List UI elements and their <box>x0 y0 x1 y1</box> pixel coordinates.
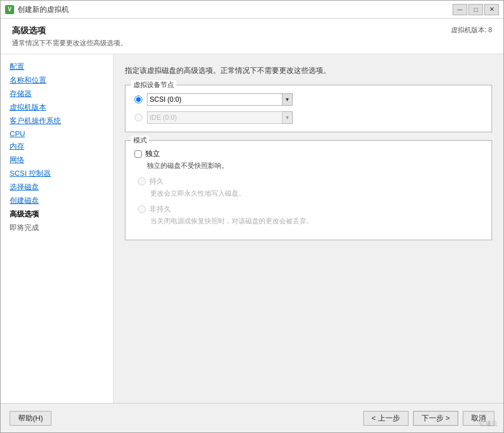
scsi-radio-row: SCSI (0:0) ▼ <box>134 93 483 106</box>
help-button[interactable]: 帮助(H) <box>10 411 51 426</box>
scsi-dropdown[interactable]: SCSI (0:0) <box>147 93 283 106</box>
window-title: 创建新的虚拟机 <box>18 5 453 15</box>
content-area: 指定该虚拟磁盘的高级选项。正常情况下不需要更改这些选项。 虚拟设备节点 SCSI… <box>114 54 503 403</box>
sidebar-item-storage[interactable]: 存储器 <box>1 87 113 101</box>
nonpersistent-radio[interactable] <box>138 205 146 213</box>
page-title: 高级选项 <box>12 25 127 36</box>
minimize-button[interactable]: ─ <box>453 4 467 15</box>
persistent-radio-row: 持久 <box>138 176 483 187</box>
close-button[interactable]: ✕ <box>484 4 499 15</box>
sidebar-item-config[interactable]: 配置 <box>1 60 113 73</box>
sidebar-item-finish: 即将完成 <box>1 221 113 235</box>
back-button[interactable]: < 上一步 <box>363 411 409 426</box>
title-bar: 创建新的虚拟机 ─ □ ✕ <box>1 1 503 19</box>
header-bar: 高级选项 通常情况下不需要更改这些高级选项。 虚拟机版本: 8 <box>1 19 503 54</box>
sidebar-item-name-location[interactable]: 名称和位置 <box>1 73 113 87</box>
mode-group-title: 模式 <box>131 136 149 145</box>
virtual-node-group-title: 虚拟设备节点 <box>131 80 176 90</box>
independent-checkbox[interactable] <box>134 150 142 158</box>
persistent-label: 持久 <box>149 176 164 187</box>
watermark: 亿速云 <box>479 419 498 428</box>
sidebar-item-advanced: 高级选项 <box>1 207 113 221</box>
ide-dropdown[interactable]: IDE (0:0) <box>147 111 283 124</box>
sidebar-item-guest-os[interactable]: 客户机操作系统 <box>1 114 113 128</box>
scsi-dropdown-wrapper: SCSI (0:0) ▼ <box>147 93 483 106</box>
content-description: 指定该虚拟磁盘的高级选项。正常情况下不需要更改这些选项。 <box>125 66 492 76</box>
ide-dropdown-arrow: ▼ <box>283 111 293 124</box>
sidebar-item-network[interactable]: 网络 <box>1 153 113 167</box>
virtual-node-group: 虚拟设备节点 SCSI (0:0) ▼ IDE (0:0) <box>125 85 492 132</box>
footer-left: 帮助(H) <box>10 411 51 426</box>
version-label: 虚拟机版本: 8 <box>451 25 492 35</box>
persistent-radio[interactable] <box>138 177 146 185</box>
independent-label: 独立 <box>145 149 160 159</box>
sidebar-item-memory[interactable]: 内存 <box>1 140 113 153</box>
footer-right: < 上一步 下一步 > 取消 <box>363 411 494 426</box>
main-window: 创建新的虚拟机 ─ □ ✕ 高级选项 通常情况下不需要更改这些高级选项。 虚拟机… <box>0 0 504 433</box>
main-content: 配置 名称和位置 存储器 虚拟机版本 客户机操作系统 CPU 内存 网络 SCS… <box>1 54 503 403</box>
independent-checkbox-row: 独立 <box>134 149 483 159</box>
sidebar-item-vm-version[interactable]: 虚拟机版本 <box>1 101 113 114</box>
title-bar-buttons: ─ □ ✕ <box>453 4 499 15</box>
sidebar-item-scsi[interactable]: SCSI 控制器 <box>1 167 113 180</box>
page-subtitle: 通常情况下不需要更改这些高级选项。 <box>12 38 127 48</box>
scsi-radio[interactable] <box>134 96 142 103</box>
footer: 帮助(H) < 上一步 下一步 > 取消 <box>1 403 503 432</box>
nonpersistent-desc: 当关闭电源或恢复快照时，对该磁盘的更改会被丢弃。 <box>150 216 483 226</box>
nonpersistent-radio-row: 非持久 <box>138 204 483 214</box>
app-icon <box>5 5 14 14</box>
ide-dropdown-wrapper: IDE (0:0) ▼ <box>147 111 483 124</box>
persistent-desc: 更改会立即永久性地写入磁盘。 <box>150 189 483 198</box>
sidebar-item-create-disk[interactable]: 创建磁盘 <box>1 194 113 207</box>
independent-desc: 独立的磁盘不受快照影响。 <box>147 161 483 171</box>
nonpersistent-label: 非持久 <box>149 204 171 214</box>
mode-group: 模式 独立 独立的磁盘不受快照影响。 持久 更改会立即永久性地写入磁盘。 非持久 <box>125 140 492 240</box>
sidebar-item-cpu[interactable]: CPU <box>1 128 113 140</box>
sidebar-item-select-disk[interactable]: 选择磁盘 <box>1 180 113 194</box>
maximize-button[interactable]: □ <box>468 4 483 15</box>
ide-radio[interactable] <box>134 114 142 122</box>
sidebar: 配置 名称和位置 存储器 虚拟机版本 客户机操作系统 CPU 内存 网络 SCS… <box>1 54 114 403</box>
scsi-dropdown-arrow[interactable]: ▼ <box>283 93 293 106</box>
ide-radio-row: IDE (0:0) ▼ <box>134 111 483 124</box>
next-button[interactable]: 下一步 > <box>413 411 458 426</box>
